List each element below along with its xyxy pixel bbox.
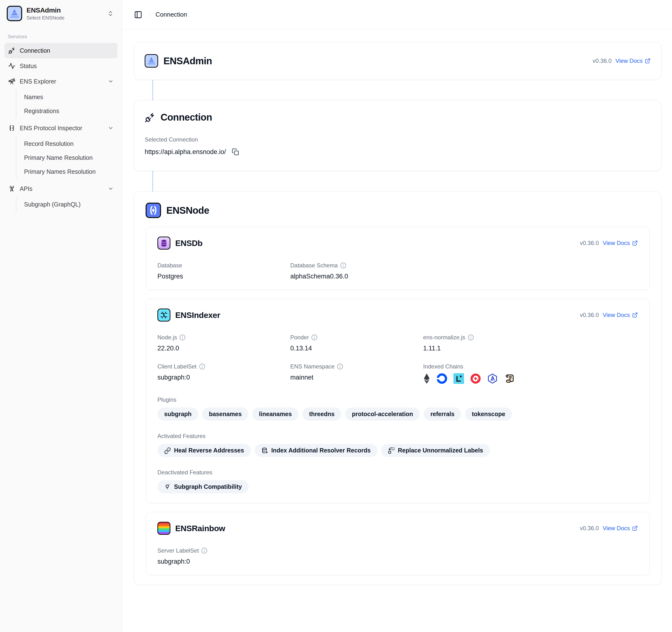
- connection-card-title: Connection: [161, 112, 212, 123]
- link-icon: [164, 447, 171, 454]
- database-plus-icon: [261, 447, 268, 454]
- ensdb-title: ENSDb: [175, 239, 202, 248]
- sidebar-toggle-icon[interactable]: [133, 9, 144, 20]
- ens-normalize-label: ens-normalize.js: [423, 334, 638, 341]
- ensrainbow-title: ENSRainbow: [175, 524, 225, 533]
- ensnode-logo-icon: [146, 203, 161, 218]
- info-icon[interactable]: [311, 334, 317, 341]
- external-link-icon: [632, 312, 638, 318]
- sidebar-item-names[interactable]: Names: [16, 90, 117, 104]
- breadcrumb: Connection: [155, 11, 187, 18]
- chevrons-up-down-icon[interactable]: [106, 9, 115, 18]
- sidebar-item-label: ENS Protocol Inspector: [20, 125, 82, 132]
- sidebar-item-label: Connection: [20, 47, 50, 54]
- feature-pill-index-additional-resolver-records: Index Additional Resolver Records: [255, 444, 377, 457]
- external-link-icon: [632, 240, 638, 246]
- telescope-icon: [8, 78, 16, 85]
- topbar-divider: [149, 11, 150, 19]
- ensindexer-title: ENSIndexer: [175, 311, 220, 320]
- plugins-row: subgraph basenames lineanames threedns p…: [158, 408, 638, 421]
- database-schema-label: Database Schema: [290, 262, 423, 269]
- ensadmin-version: v0.36.0: [593, 57, 611, 64]
- ensadmin-view-docs-link[interactable]: View Docs: [616, 57, 651, 64]
- info-icon[interactable]: [199, 363, 205, 370]
- plugins-label: Plugins: [158, 396, 638, 403]
- plugin-pill: threedns: [302, 408, 341, 421]
- sidebar-item-subgraph-graphql[interactable]: Subgraph (GraphQL): [16, 197, 117, 211]
- view-docs-label: View Docs: [603, 525, 630, 532]
- indexed-chains-label: Indexed Chains: [423, 363, 638, 370]
- server-labelset-value: subgraph:0: [158, 558, 290, 565]
- sidebar-item-record-resolution[interactable]: Record Resolution: [16, 137, 117, 151]
- chevron-down-icon: [108, 78, 114, 84]
- sidebar-item-ens-explorer[interactable]: ENS Explorer: [4, 74, 117, 89]
- apis-sublist: Subgraph (GraphQL): [16, 197, 117, 211]
- sidebar-nav: Connection Status ENS Explorer Names Reg…: [4, 43, 117, 214]
- replace-icon: [388, 447, 395, 454]
- topbar: Connection: [122, 0, 672, 29]
- scroll-icon: [504, 373, 514, 384]
- dashed-connector: [152, 80, 153, 100]
- ensindexer-version: v0.36.0: [580, 312, 599, 318]
- ensdb-view-docs-link[interactable]: View Docs: [603, 240, 638, 246]
- chevron-down-icon: [108, 186, 114, 192]
- feature-pill-subgraph-compatibility: Subgraph Compatibility: [158, 480, 249, 493]
- ensnode-card: ENSNode ENSDb: [134, 191, 662, 585]
- app-name: ENSAdmin: [26, 6, 65, 14]
- view-docs-label: View Docs: [616, 57, 643, 64]
- feature-pill-replace-unnormalized-labels: Replace Unnormalized Labels: [381, 444, 490, 457]
- ens-normalize-value: 1.11.1: [423, 345, 638, 352]
- arbitrum-icon: [487, 373, 498, 384]
- subgraph-compatibility-icon: [164, 484, 171, 490]
- info-icon[interactable]: [337, 363, 343, 370]
- sidebar-item-label: Status: [20, 63, 37, 70]
- info-icon[interactable]: [340, 262, 346, 269]
- sidebar-item-primary-name-resolution[interactable]: Primary Name Resolution: [16, 151, 117, 165]
- sidebar-item-registrations[interactable]: Registrations: [16, 104, 117, 118]
- plugin-pill: lineanames: [252, 408, 298, 421]
- sidebar-item-label: APIs: [20, 185, 32, 192]
- info-icon[interactable]: [179, 334, 186, 341]
- chevron-down-icon: [108, 125, 114, 131]
- database-value: Postgres: [158, 273, 290, 280]
- ensrainbow-card: ENSRainbow v0.36.0 View Docs Server Labe…: [146, 512, 650, 575]
- ponder-value: 0.13.14: [290, 345, 423, 352]
- ens-namespace-value: mainnet: [290, 374, 423, 381]
- sidebar-item-ens-protocol-inspector[interactable]: ENS Protocol Inspector: [4, 120, 117, 136]
- connection-card: Connection Selected Connection https://a…: [134, 100, 662, 171]
- radio-tower-icon: [8, 185, 16, 192]
- ethereum-icon: [423, 373, 430, 384]
- plug-zap-icon: [145, 112, 155, 123]
- linea-icon: [453, 373, 464, 384]
- ensindexer-logo-icon: [158, 309, 170, 321]
- main-area: Connection ENSAdmin v0.: [122, 0, 672, 632]
- sidebar-item-connection[interactable]: Connection: [4, 43, 117, 58]
- sidebar-item-apis[interactable]: APIs: [4, 181, 117, 196]
- sidebar-item-status[interactable]: Status: [4, 58, 117, 74]
- sidebar-item-primary-names-resolution[interactable]: Primary Names Resolution: [16, 165, 117, 178]
- info-icon[interactable]: [201, 548, 208, 554]
- ens-namespace-label: ENS Namespace: [290, 363, 423, 370]
- activated-features-label: Activated Features: [158, 433, 638, 439]
- nodejs-label: Node.js: [158, 334, 290, 341]
- view-docs-label: View Docs: [603, 240, 630, 246]
- deactivated-features-row: Subgraph Compatibility: [158, 480, 638, 493]
- nodejs-value: 22.20.0: [158, 345, 290, 352]
- protocol-inspector-sublist: Record Resolution Primary Name Resolutio…: [16, 137, 117, 178]
- plugin-pill: protocol-acceleration: [345, 408, 420, 421]
- ponder-label: Ponder: [290, 334, 423, 341]
- plugin-pill: referrals: [424, 408, 461, 421]
- copy-icon[interactable]: [231, 147, 240, 156]
- indexed-chains-row: [423, 373, 638, 384]
- ensrainbow-view-docs-link[interactable]: View Docs: [603, 525, 638, 532]
- selected-connection-label: Selected Connection: [145, 136, 651, 143]
- ensrainbow-version: v0.36.0: [580, 525, 599, 532]
- ensindexer-view-docs-link[interactable]: View Docs: [603, 312, 638, 318]
- feature-pill-heal-reverse-addresses: Heal Reverse Addresses: [158, 444, 251, 457]
- info-icon[interactable]: [467, 334, 474, 341]
- ensnode-selector[interactable]: ENSAdmin Select ENSNode: [4, 4, 117, 23]
- ensadmin-logo-icon: [145, 54, 158, 68]
- connection-url: https://api.alpha.ensnode.io/: [145, 148, 226, 156]
- ensdb-logo-icon: [158, 237, 170, 249]
- ens-mark-icon: [8, 124, 16, 132]
